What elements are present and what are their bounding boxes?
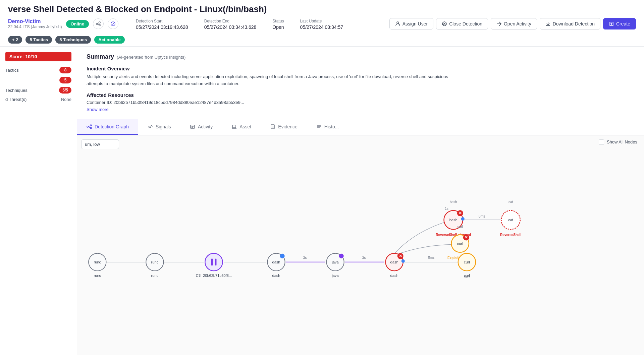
- node-runc1[interactable]: runc: [89, 253, 106, 270]
- svg-rect-29: [215, 258, 216, 265]
- device-name[interactable]: Demo-Victim: [8, 18, 62, 24]
- threat-label: d Threat(s): [5, 97, 26, 102]
- detection-start-value: 05/27/2024 03:19:43.628: [136, 24, 188, 30]
- node-dash2[interactable]: dash ✕: [385, 253, 405, 270]
- container-id: Container ID: 20b62b71b50f8419d18c5dd798…: [87, 100, 635, 105]
- download-detection-button[interactable]: Download Detection: [540, 18, 600, 29]
- svg-text:✕: ✕: [465, 235, 468, 240]
- svg-text:✕: ✕: [399, 253, 402, 258]
- summary-section: Summary (AI-generated from Uptycs Insigh…: [77, 47, 644, 119]
- svg-point-10: [90, 125, 92, 126]
- edge-dash2-curlexploit: [394, 244, 452, 255]
- close-detection-button[interactable]: Close Detection: [436, 18, 488, 29]
- tab-history[interactable]: Histo...: [307, 119, 348, 135]
- left-header: Demo-Victim 22.04.4 LTS (Jammy Jellyfish…: [8, 18, 343, 30]
- label-java-bottom: java: [331, 274, 339, 278]
- open-activity-label: Open Activity: [504, 21, 531, 26]
- svg-line-12: [88, 126, 90, 127]
- tag-tactics[interactable]: 5 Tactics: [25, 36, 52, 44]
- edge-dash2-bash: [394, 222, 447, 254]
- bash-process-label: 1s: [445, 207, 448, 210]
- tabs-bar: Detection Graph Signals Activity Asset E…: [77, 119, 644, 135]
- affected-resources-title: Affected Resources: [87, 92, 635, 98]
- node-bash-stopped[interactable]: bash ✕ ReverseShell stopped bash: [436, 200, 471, 237]
- svg-rect-2: [99, 24, 100, 26]
- label-dash2-bottom: dash: [390, 274, 398, 278]
- svg-line-3: [98, 22, 99, 24]
- svg-point-9: [87, 126, 88, 127]
- node-cat-process-name: cat: [508, 200, 513, 203]
- detection-end-value: 05/27/2024 03:34:43.628: [204, 24, 257, 30]
- edge-label-2s-2: 2s: [362, 255, 366, 259]
- show-all-nodes: Show All Nodes: [599, 139, 637, 145]
- right-panel: Summary (AI-generated from Uptycs Insigh…: [77, 47, 644, 355]
- label-runc1-bottom: runc: [94, 274, 101, 278]
- open-activity-button[interactable]: Open Activity: [491, 18, 537, 29]
- svg-rect-17: [232, 125, 236, 128]
- tactics-stat-row: Tactics 8: [5, 67, 71, 73]
- tab-asset[interactable]: Asset: [222, 119, 261, 135]
- label-dash1-bottom: dash: [272, 274, 280, 278]
- assign-user-label: Assign User: [402, 21, 428, 26]
- node-runc1-label: runc: [94, 260, 101, 264]
- svg-rect-14: [191, 125, 195, 128]
- node-dash2-blue-dot: [401, 259, 405, 262]
- filter-select[interactable]: um, low medium, low high: [81, 139, 119, 149]
- status-label: Status: [272, 19, 284, 23]
- node-c7r-label: C7r-20b62b71b50f8...: [196, 274, 232, 278]
- edge-label-0ms-1: 0ms: [428, 255, 434, 259]
- tag-techniques[interactable]: 5 Techniques: [55, 36, 91, 44]
- tag-plus2[interactable]: + 2: [8, 36, 22, 44]
- stat-row-2: 5: [5, 77, 71, 83]
- node-runc2[interactable]: runc: [146, 253, 163, 270]
- node-java[interactable]: java: [326, 253, 344, 270]
- node-c7r[interactable]: C7r-20b62b71b50f8...: [196, 253, 232, 277]
- svg-rect-1: [99, 22, 100, 23]
- page-title: verse Shell Detected & Blocked on Endpoi…: [8, 4, 636, 14]
- tags-row: + 2 5 Tactics 5 Techniques Actionable: [8, 33, 636, 44]
- score-bar: Score: 10/10: [5, 52, 71, 61]
- top-header: verse Shell Detected & Blocked on Endpoi…: [0, 0, 644, 47]
- summary-subtitle: (AI-generated from Uptycs Insights): [117, 55, 185, 60]
- status-value: Open: [272, 24, 284, 30]
- techniques-stat-row: Techniques 5/5: [5, 87, 71, 94]
- tab-signals[interactable]: Signals: [138, 119, 180, 135]
- label-curl-bottom: curl: [464, 274, 470, 278]
- node-cat-reverse[interactable]: cat ReverseShell cat: [500, 200, 521, 237]
- svg-text:✕: ✕: [459, 211, 462, 216]
- label-runc2-bottom: runc: [151, 274, 159, 278]
- edge-label-2s-1: 2s: [303, 255, 307, 259]
- show-all-nodes-checkbox[interactable]: [599, 139, 604, 145]
- device-info: Demo-Victim 22.04.4 LTS (Jammy Jellyfish…: [8, 18, 62, 29]
- node-curl-exploit-inner-label: curl: [457, 241, 463, 245]
- device-menu-icon[interactable]: ↗: [108, 18, 118, 29]
- device-topology-icon[interactable]: [93, 18, 104, 29]
- svg-line-13: [88, 127, 90, 128]
- tab-activity[interactable]: Activity: [180, 119, 222, 135]
- node-curl-exploit-process-name: curl: [458, 225, 463, 229]
- svg-rect-28: [211, 258, 213, 265]
- show-more-link[interactable]: Show more: [87, 107, 109, 112]
- create-button[interactable]: Create: [603, 18, 636, 29]
- tab-activity-label: Activity: [198, 124, 213, 129]
- last-update-block: Last Update 05/27/2024 03:34:57: [300, 18, 343, 30]
- left-panel: Score: 10/10 Tactics 8 5 Techniques 5/5 …: [0, 47, 77, 355]
- last-update-label: Last Update: [300, 19, 322, 23]
- tab-detection-graph[interactable]: Detection Graph: [77, 119, 138, 135]
- node-bash-process-name: bash: [450, 200, 457, 203]
- tab-evidence[interactable]: Evidence: [261, 119, 307, 135]
- threat-stat-row: d Threat(s) None: [5, 97, 71, 102]
- assign-user-button[interactable]: Assign User: [389, 18, 433, 29]
- tag-actionable[interactable]: Actionable: [94, 36, 124, 44]
- tactics-label: Tactics: [5, 68, 19, 73]
- tab-asset-label: Asset: [239, 124, 251, 129]
- svg-rect-0: [96, 23, 98, 24]
- graph-svg: 2s 2s 0ms 0ms 1s: [77, 152, 644, 355]
- threat-value: None: [61, 97, 71, 102]
- node-dash1[interactable]: dash: [267, 253, 285, 270]
- tab-signals-label: Signals: [156, 124, 171, 129]
- svg-point-27: [205, 253, 222, 270]
- node-dash1-dot: [280, 253, 285, 258]
- techniques-value: 5/5: [59, 87, 71, 94]
- download-detection-label: Download Detection: [553, 21, 595, 26]
